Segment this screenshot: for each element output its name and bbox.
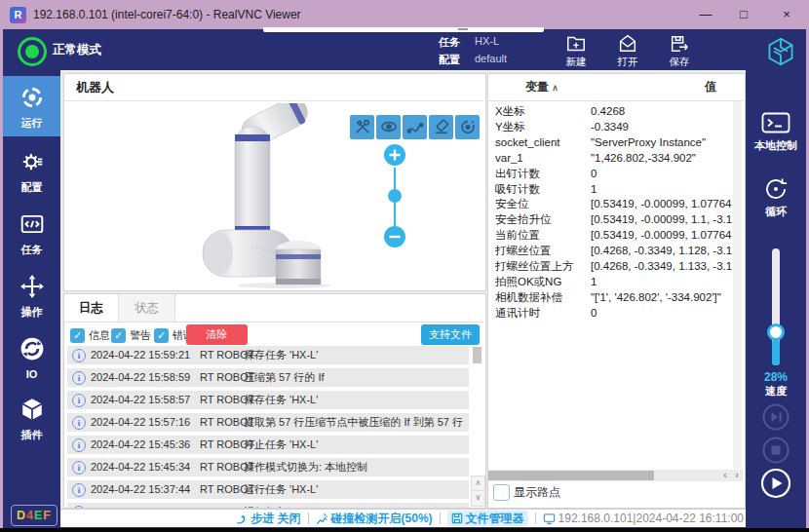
filter-warn-checkbox[interactable]: ✓ 警告 — [111, 327, 151, 343]
clear-log-button[interactable]: 清除 — [186, 324, 248, 345]
file-manager-button[interactable]: 文件管理器 — [447, 511, 528, 526]
show-waypoints-checkbox[interactable]: 显示路点 — [493, 484, 560, 500]
right-control-panel: 本地控制 循环 28% 速度 — [746, 70, 806, 526]
sort-asc-icon: ∧ — [552, 83, 559, 93]
file-manager-icon — [451, 513, 463, 524]
step-mode-toggle[interactable]: 步进 关闭 — [235, 511, 300, 527]
variable-row: 打螺丝位置[0.4268, -0.3349, 1.128, -3.14159, … — [488, 244, 732, 258]
code-window-icon — [19, 211, 45, 237]
cube-icon — [19, 397, 45, 422]
mode-status-icon — [18, 37, 47, 66]
eraser-icon — [432, 117, 451, 136]
checkbox-checked-icon: ✓ — [111, 328, 126, 343]
tab-status[interactable]: 状态 — [119, 294, 175, 322]
step-forward-button[interactable] — [762, 403, 790, 431]
scroll-right-button[interactable]: › — [731, 470, 743, 481]
log-row: i2024-04-22 15:45:36RT ROBOT停止任务 'HX-L' — [67, 436, 469, 454]
variables-vertical-scrollbar[interactable] — [733, 101, 742, 469]
robot-3d-view[interactable] — [181, 103, 357, 288]
view-tools-button[interactable] — [350, 115, 374, 139]
save-task-button[interactable]: 保存 — [656, 32, 703, 69]
variable-row: 吸钉计数1 — [488, 182, 732, 197]
collision-detection-toggle[interactable]: 碰撞检测开启(50%) — [316, 511, 433, 527]
maximize-button[interactable]: □ — [725, 0, 762, 29]
tab-log[interactable]: 日志 — [64, 294, 119, 322]
new-task-button[interactable]: 新建 — [553, 32, 599, 69]
divider — [308, 513, 309, 524]
view-reset-rotation-button[interactable] — [455, 115, 480, 139]
loop-mode-button[interactable] — [762, 175, 790, 207]
view-eraser-button[interactable] — [429, 115, 453, 139]
speed-slider-handle[interactable] — [767, 323, 785, 341]
play-button[interactable] — [760, 468, 791, 499]
realvnc-app-icon: R — [10, 7, 26, 23]
variable-row: 当前位置[0.53419, -0.00099, 1.07764, -3.1404… — [488, 228, 732, 243]
info-icon: i — [72, 461, 86, 475]
close-button[interactable]: × — [768, 0, 805, 29]
log-row: i2024-04-22 15:59:21RT ROBOT保存任务 'HX-L' — [67, 346, 469, 364]
variable-row: 相机数据补偿"['1', '426.802', '-334.902']" — [488, 290, 732, 305]
vnc-toolbar-strip[interactable] — [263, 27, 544, 32]
main-content: 机器人 — [60, 70, 746, 526]
open-task-button[interactable]: 打开 — [604, 32, 651, 69]
log-scrollbar-thumb[interactable] — [473, 347, 482, 363]
info-icon: i — [72, 394, 86, 407]
support-files-button[interactable]: 支持文件 — [421, 324, 480, 345]
sidebar-item-plugin[interactable]: 插件 — [3, 388, 60, 448]
config-value: default — [475, 53, 507, 64]
stop-button[interactable] — [762, 437, 790, 464]
variable-row: 安全抬升位[0.53419, -0.00099, 1.1, -3.14048, … — [488, 212, 732, 227]
variables-horizontal-scrollbar[interactable]: ‹ › — [488, 470, 743, 481]
zoom-in-button[interactable] — [384, 144, 405, 166]
stop-icon — [762, 437, 790, 464]
log-row: i2024-04-22 15:37:44RT ROBOT运行任务 'HX-L' — [67, 480, 469, 499]
view-visibility-button[interactable] — [376, 115, 401, 139]
log-row: i2024-04-22 15:58:57RT ROBOT保存任务 'HX-L' — [67, 391, 469, 409]
speed-slider-fill — [772, 339, 780, 365]
minus-icon — [388, 230, 402, 244]
log-scroll-down-button[interactable]: ∨ — [471, 490, 485, 507]
path-icon — [405, 117, 425, 136]
divider — [64, 322, 483, 323]
step-icon — [235, 513, 248, 525]
minimize-button[interactable]: — — [687, 0, 724, 29]
local-control-label: 本地控制 — [746, 138, 806, 153]
log-panel: 日志 状态 ✓ 信息 ✓ 警告 ✓ 错误 清除 支持文件 i20 — [63, 293, 486, 509]
sidebar-item-config[interactable]: 配置 — [3, 140, 60, 201]
filter-info-checkbox[interactable]: ✓ 信息 — [70, 327, 110, 343]
variable-row: var_1"1,426.802,-334.902" — [488, 151, 732, 166]
app-chrome: 正常模式 任务 HX-L 配置 default 新建 打开 保存 运行 配置 — [3, 29, 806, 528]
save-icon — [669, 33, 690, 55]
checkbox-checked-icon: ✓ — [70, 328, 85, 343]
brand-logo-icon — [765, 36, 796, 67]
rotate-icon — [458, 117, 478, 136]
divider — [64, 100, 483, 101]
info-icon: i — [72, 349, 86, 362]
terminal-icon — [761, 111, 790, 134]
robot-3d-panel: 机器人 — [63, 73, 486, 291]
scroll-left-button[interactable]: ‹ — [719, 470, 731, 481]
scrollbar-thumb[interactable] — [488, 471, 654, 480]
column-header-variable[interactable]: 变量 ∧ — [525, 74, 559, 100]
gear-icon — [19, 149, 45, 174]
sidebar-item-operate[interactable]: 操作 — [3, 265, 60, 325]
robot-panel-title: 机器人 — [76, 74, 114, 100]
mode-label: 正常模式 — [53, 42, 101, 58]
zoom-out-button[interactable] — [384, 226, 405, 247]
local-control-button[interactable] — [761, 111, 790, 138]
variable-row: X坐标0.4268 — [488, 104, 732, 119]
task-label: 任务 — [439, 35, 460, 50]
info-icon: i — [72, 438, 86, 452]
zoom-slider-handle[interactable] — [388, 189, 402, 203]
window-title: 192.168.0.101 (intel-corei7-64:0) - Real… — [33, 0, 301, 29]
sidebar-item-run[interactable]: 运行 — [3, 76, 60, 136]
info-icon: i — [72, 416, 86, 430]
column-header-value[interactable]: 值 — [705, 74, 716, 100]
divider — [488, 100, 743, 101]
window-titlebar[interactable]: R 192.168.0.101 (intel-corei7-64:0) - Re… — [0, 0, 809, 29]
sidebar-item-io[interactable]: IO — [3, 327, 60, 388]
view-path-button[interactable] — [403, 115, 427, 139]
eye-icon — [379, 117, 399, 136]
sidebar-item-task[interactable]: 任务 — [3, 203, 60, 263]
vnc-toolbar-grip — [458, 28, 468, 30]
